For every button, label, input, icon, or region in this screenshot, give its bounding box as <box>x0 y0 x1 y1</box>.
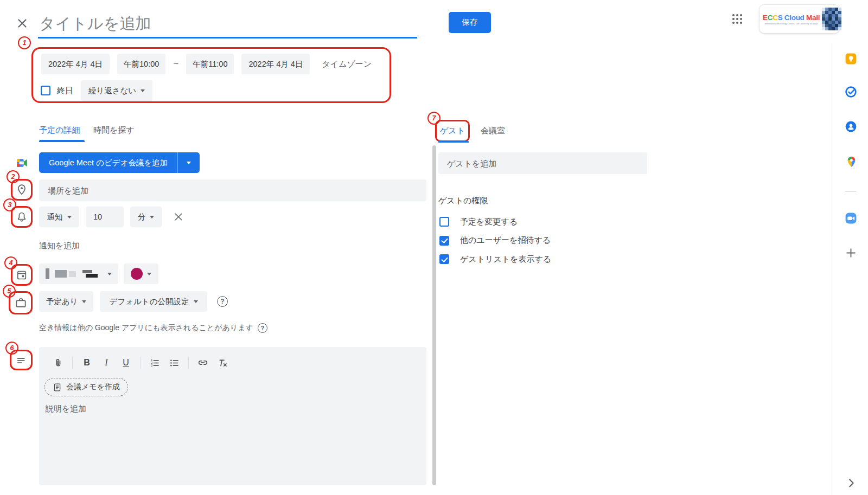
chevron-down-icon <box>141 89 145 92</box>
title-input[interactable] <box>38 10 417 38</box>
chevron-down-icon <box>150 216 154 218</box>
chevron-down-icon <box>187 162 191 164</box>
insert-link-icon[interactable] <box>195 355 211 371</box>
video-addon-icon[interactable] <box>844 211 858 225</box>
recurrence-dropdown[interactable]: 繰り返さない <box>81 80 152 101</box>
briefcase-icon <box>14 296 28 310</box>
visibility-row: 予定あり デフォルトの公開設定 ? <box>39 291 228 312</box>
timezone-button[interactable]: タイムゾーン <box>322 59 372 69</box>
annotation-6: 6 <box>5 342 18 355</box>
help-icon[interactable]: ? <box>258 323 267 333</box>
start-time-button[interactable]: 午前10:00 <box>117 54 165 74</box>
busy-status-dropdown[interactable]: 予定あり <box>39 291 93 312</box>
availability-note: 空き情報は他の Google アプリにも表示されることがあります ? <box>39 323 267 333</box>
description-placeholder[interactable]: 説明を追加 <box>46 404 86 414</box>
remove-notification-icon[interactable] <box>173 211 184 223</box>
contacts-icon[interactable] <box>844 119 858 133</box>
event-edit-page: 保存 ECCS Cloud Mail Information Technolog… <box>0 0 868 495</box>
svg-text:3: 3 <box>151 364 152 367</box>
meet-options-dropdown[interactable] <box>177 152 200 173</box>
notification-value-input[interactable] <box>86 207 124 227</box>
permission-checkbox[interactable] <box>439 254 449 264</box>
avatar[interactable] <box>822 7 841 31</box>
logo-title: ECCS Cloud Mail <box>763 14 820 22</box>
add-notification-link[interactable]: 通知を追加 <box>39 241 80 251</box>
italic-button[interactable]: I <box>98 355 114 371</box>
clear-formatting-icon[interactable] <box>214 355 231 371</box>
location-field <box>39 179 426 201</box>
notification-row: 通知 分 <box>39 207 184 227</box>
scrollbar[interactable] <box>432 145 436 485</box>
location-icon <box>15 183 28 196</box>
tasks-icon[interactable] <box>844 85 858 99</box>
format-toolbar: B I U 123 <box>50 353 231 372</box>
annotation-4: 4 <box>4 256 17 269</box>
close-icon[interactable] <box>15 16 29 30</box>
datetime-row: 2022年 4月 4日 午前10:00 ~ 午前11:00 2022年 4月 4… <box>41 54 372 74</box>
google-meet-icon <box>15 156 29 170</box>
notification-type-dropdown[interactable]: 通知 <box>39 207 79 227</box>
permission-row: 予定を変更する <box>439 213 551 232</box>
permission-label: 他のユーザーを招待する <box>460 235 551 246</box>
save-button[interactable]: 保存 <box>449 12 491 33</box>
redacted-calendar-name <box>46 268 49 279</box>
calendar-icon <box>15 268 28 281</box>
chevron-down-icon <box>67 216 72 218</box>
event-color-dropdown[interactable] <box>124 263 158 284</box>
logo-subtitle: Information Technology Center, The Unive… <box>763 22 820 25</box>
hide-side-panel-icon[interactable] <box>845 477 857 489</box>
add-addon-icon[interactable] <box>844 246 858 260</box>
permission-row: ゲストリストを表示する <box>439 250 551 269</box>
annotation-7: 7 <box>427 112 441 125</box>
tab-underline <box>39 140 85 142</box>
chevron-down-icon <box>107 273 112 275</box>
tab-rooms[interactable]: 会議室 <box>481 126 505 136</box>
add-meet-button[interactable]: Google Meet のビデオ会議を追加 <box>39 152 200 173</box>
permission-label: 予定を変更する <box>460 217 518 227</box>
permission-row: 他のユーザーを招待する <box>439 232 551 250</box>
end-date-button[interactable]: 2022年 4月 4日 <box>241 54 310 74</box>
guest-permissions-title: ゲストの権限 <box>438 196 488 206</box>
create-meeting-notes-button[interactable]: 会議メモを作成 <box>44 378 128 396</box>
allday-row: 終日 繰り返さない <box>41 80 152 101</box>
tab-event-details[interactable]: 予定の詳細 <box>39 125 80 136</box>
annotation-2: 2 <box>7 170 20 183</box>
annotation-3: 3 <box>3 198 16 211</box>
sidebar-divider <box>832 43 832 495</box>
visibility-dropdown[interactable]: デフォルトの公開設定 <box>100 291 207 312</box>
bold-button[interactable]: B <box>79 355 95 371</box>
chevron-down-icon <box>147 273 151 275</box>
guest-permissions-list: 予定を変更する他のユーザーを招待するゲストリストを表示する <box>439 213 551 269</box>
location-input[interactable] <box>39 179 426 201</box>
chevron-down-icon <box>194 300 198 303</box>
numbered-list-icon[interactable]: 123 <box>146 355 163 371</box>
calendar-select-dropdown[interactable] <box>39 263 118 284</box>
all-day-checkbox[interactable] <box>41 86 50 95</box>
keep-icon[interactable] <box>844 52 858 66</box>
annotation-1: 1 <box>18 36 31 49</box>
underline-button[interactable]: U <box>118 355 134 371</box>
all-day-label: 終日 <box>57 86 73 96</box>
bulleted-list-icon[interactable] <box>166 355 182 371</box>
start-date-button[interactable]: 2022年 4月 4日 <box>41 54 110 74</box>
permission-checkbox[interactable] <box>439 236 449 246</box>
description-editor[interactable]: B I U 123 会議メモを作成 説明を追加 <box>39 347 426 485</box>
end-time-button[interactable]: 午前11:00 <box>186 54 234 74</box>
attach-icon[interactable] <box>50 355 66 371</box>
help-icon[interactable]: ? <box>217 296 228 307</box>
add-guests-input[interactable] <box>438 152 647 174</box>
permission-checkbox[interactable] <box>439 217 449 227</box>
description-icon <box>15 354 28 367</box>
event-color-dot <box>131 268 143 280</box>
tab-find-time[interactable]: 時間を探す <box>93 125 135 136</box>
account-logo-card[interactable]: ECCS Cloud Mail Information Technology C… <box>759 4 840 34</box>
apps-grid-icon[interactable] <box>731 12 744 25</box>
maps-icon[interactable] <box>844 155 858 169</box>
guest-field <box>438 152 647 174</box>
addons-divider <box>845 191 856 192</box>
notification-unit-dropdown[interactable]: 分 <box>130 207 162 227</box>
permission-label: ゲストリストを表示する <box>460 254 551 265</box>
time-separator: ~ <box>173 59 178 69</box>
tab-underline <box>438 140 469 143</box>
tab-guests[interactable]: ゲスト <box>440 126 465 136</box>
